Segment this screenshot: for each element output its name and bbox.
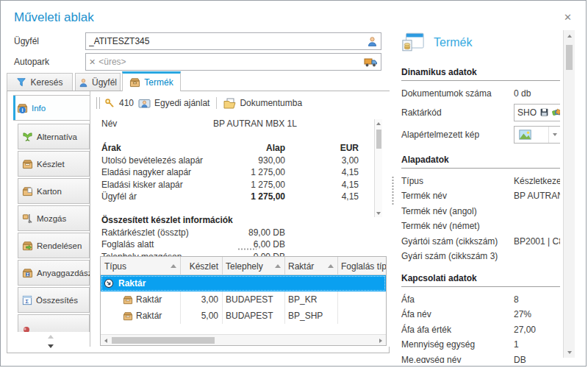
col-eur: EUR [285, 142, 359, 154]
group-label: Raktár [118, 278, 146, 289]
sidebar-scroll-down-icon[interactable] [48, 344, 54, 348]
autopark-field[interactable]: ✕ [85, 53, 381, 71]
page-title: Műveleti ablak [14, 10, 94, 25]
scroll-down-icon[interactable] [564, 348, 575, 356]
customer-field[interactable] [85, 32, 381, 50]
sidebar-item-karton[interactable]: Karton [18, 178, 90, 204]
autopark-input[interactable] [98, 57, 364, 67]
sidebar-item-keszlet[interactable]: Készlet [18, 151, 90, 177]
sidebar-item-anyaggazdasz[interactable]: Σ Anyaggazdász [18, 260, 90, 286]
sidebar-item-label: Anyaggazdász [37, 269, 92, 277]
sidebar-item-osszesites[interactable]: Σ Összesítés [18, 287, 90, 313]
default-image-dropdown[interactable] [514, 126, 560, 144]
stock-icon [22, 159, 33, 169]
svg-text:Σ: Σ [26, 272, 29, 276]
tab-kereses[interactable]: Keresés [7, 73, 73, 91]
egyedi-ajanlat-label: Egyedi ajánlat [154, 98, 209, 108]
collapse-group-icon[interactable] [104, 278, 114, 289]
partial-item-icon [22, 326, 31, 333]
table-row[interactable]: Raktár 5,00 BUDAPEST BP_SHP [101, 308, 386, 324]
tab-label: Termék [144, 77, 173, 88]
name-label: Név [101, 118, 213, 130]
key-count-label: 410 [119, 98, 134, 108]
sidebar-item-label: Mozgás [37, 214, 66, 223]
panel-row: Termék név (angol) [401, 204, 560, 219]
scrollbar-thumb[interactable] [566, 45, 573, 70]
panel-row: Gyártói szám (cikkszám)BP2001 | C8-4 [401, 234, 560, 250]
sidebar-item-mozgas[interactable]: Mozgás [18, 205, 90, 231]
panel-row: Termék névBP AUTRAN M [401, 188, 560, 204]
info-icon: i [17, 103, 28, 113]
splitter-handle[interactable] [237, 248, 257, 250]
panel-scrollbar[interactable] [563, 30, 575, 358]
scroll-right-icon[interactable] [377, 336, 384, 344]
product-toolbar: 410 Egyedi ajánlat Dokumentumba [90, 91, 390, 115]
table-row[interactable]: Raktár 3,00 BUDAPEST BP_KR [101, 291, 386, 308]
scroll-left-icon[interactable] [102, 336, 110, 344]
close-icon[interactable]: ✕ [564, 12, 572, 23]
sidebar-item-info[interactable]: i Info [13, 95, 90, 121]
table-hscrollbar[interactable] [101, 334, 386, 345]
card-box-icon [22, 186, 33, 197]
product-box-icon [129, 77, 140, 88]
panel-row: Áfa név27% [401, 307, 560, 322]
warehouse-icon [123, 311, 133, 321]
stock-row-clipped: Telephely mozgáson0,00 DB [101, 251, 373, 256]
tab-termek[interactable]: Termék [122, 71, 181, 91]
col-keszlet[interactable]: Készlet [180, 257, 222, 275]
sidebar-item-alternativa[interactable]: Alternatíva [18, 124, 90, 149]
sort-asc-icon [328, 264, 334, 268]
table-header: Típus Készlet Telephely Raktár Foglalás … [101, 257, 386, 275]
product-details: Név BP AUTRAN MBX 1L Árak Alap EUR Utols… [101, 118, 373, 256]
sidebar-item-rendelesen[interactable]: Rendelésen [18, 233, 90, 258]
price-key-button[interactable]: 410 [104, 98, 134, 109]
product-side-panel: Termék Dinamikus adatok Dokumentumok szá… [401, 32, 560, 363]
price-row: Eladási nagyker alapár1 275,004,15 [101, 166, 373, 178]
dropdown-arrow-icon[interactable] [548, 127, 560, 143]
tab-ugyfel[interactable]: Ügyfél [75, 73, 121, 91]
hscrollbar-thumb[interactable] [112, 337, 215, 344]
scroll-down-icon[interactable] [375, 209, 382, 217]
raktarkod-editor[interactable]: SHO [514, 104, 560, 121]
sidebar-item-partial[interactable] [18, 314, 90, 332]
customer-field-label: Ügyfél [14, 36, 39, 46]
scroll-up-icon[interactable] [564, 32, 575, 40]
tags-icon[interactable] [552, 107, 560, 117]
col-telephely[interactable]: Telephely [222, 257, 284, 275]
group-row-raktar[interactable]: Raktár [101, 275, 386, 291]
sidebar-item-label: Alternatíva [37, 132, 77, 141]
info-scrollbar[interactable] [374, 119, 382, 217]
operation-window: Műveleti ablak ✕ Ügyfél Autopark ✕ Keres… [0, 0, 587, 367]
image-icon [519, 130, 531, 140]
dokumentumba-button[interactable]: Dokumentumba [223, 98, 302, 109]
sidebar-item-label: Rendelésen [37, 241, 82, 250]
price-row: Utolsó bevételezés alapár930,003,00 [101, 155, 373, 166]
save-icon[interactable] [539, 107, 549, 117]
panel-row: TípusKészletkezelő [401, 174, 560, 189]
col-foglalas[interactable]: Foglalás típ [337, 257, 387, 275]
sidebar-item-label: Karton [37, 187, 62, 196]
toolbar-grip[interactable] [96, 97, 100, 109]
col-raktar[interactable]: Raktár [284, 257, 337, 275]
clear-icon[interactable]: ✕ [89, 57, 96, 67]
warehouse-icon [123, 295, 133, 305]
dokumentumba-label: Dokumentumba [240, 98, 302, 108]
customer-input[interactable] [89, 36, 367, 46]
order-box-icon [22, 241, 33, 251]
svg-text:Σ: Σ [25, 298, 29, 305]
sort-asc-icon [171, 264, 176, 268]
stock-summary-title: Összesített készlet információk [101, 214, 373, 226]
summary-table-icon: Σ [22, 295, 32, 305]
panel-title: Termék [434, 36, 472, 49]
scroll-up-icon[interactable] [375, 119, 382, 127]
egyedi-ajanlat-button[interactable]: Egyedi ajánlat [138, 98, 209, 109]
sidebar-scroll-up-icon[interactable] [48, 335, 54, 339]
stock-table: Típus Készlet Telephely Raktár Foglalás … [100, 256, 387, 346]
panel-row: Alapértelmezett kép [401, 124, 560, 146]
tab-label: Keresés [30, 77, 62, 88]
sigma-box-icon: Σ [22, 268, 33, 278]
scrollbar-thumb[interactable] [376, 130, 381, 149]
col-tipus[interactable]: Típus [101, 257, 180, 275]
panel-splitter-handle[interactable] [392, 176, 394, 205]
person-icon [79, 78, 88, 88]
